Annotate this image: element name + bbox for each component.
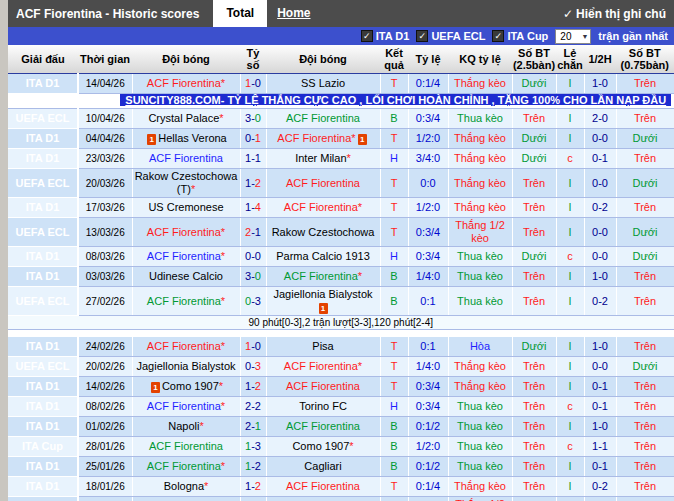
half-time-score: 0-1 <box>584 377 616 397</box>
col-time: Thời gian <box>78 45 132 74</box>
handicap-odds: 0:0 <box>408 169 448 198</box>
match-date: 08/03/26 <box>78 247 132 267</box>
half-time-score: 0-2 <box>584 198 616 218</box>
match-row: ITA D123/03/26ACF Fiorentina1-1Inter Mil… <box>8 149 674 169</box>
handicap-odds: 0:1/2 <box>408 417 448 437</box>
handicap-odds: 0:1/4 <box>408 74 448 94</box>
filter-uefa-ecl[interactable]: ✓ UEFA ECL <box>416 30 485 42</box>
section-gap <box>8 330 674 338</box>
away-team: ACF Fiorentina <box>266 417 380 437</box>
home-team-name: ACF Fiorentina <box>147 295 221 307</box>
away-team: Cagliari <box>266 457 380 477</box>
score: 2-1 <box>240 218 266 247</box>
away-team: Parma Calcio 1913 <box>266 247 380 267</box>
ou075-result: Trên <box>616 337 674 357</box>
ad-banner-link[interactable]: SUNCITY888.COM- TỶ LỆ THẮNG CỰC CAO , LỐ… <box>120 94 671 106</box>
ou075-result: Dưới <box>616 169 674 198</box>
score: 0-1 <box>240 129 266 149</box>
match-date: 25/01/26 <box>78 457 132 477</box>
red-card-icon: 1 <box>358 134 367 145</box>
favorite-star: * <box>221 400 225 412</box>
favorite-star: * <box>219 112 223 124</box>
odd-even-result: c <box>556 397 584 417</box>
show-notes-toggle[interactable]: ✓ Hiển thị ghi chú <box>563 7 674 21</box>
historic-scores-table: Giải đấu Thời gian Đội bóng Tỷ số Đội bó… <box>8 45 674 501</box>
half-time-score: 1-0 <box>584 337 616 357</box>
away-team: ACF Fiorentina <box>266 169 380 198</box>
half-time-score: 0-1 <box>584 397 616 417</box>
league-badge: ITA D1 <box>8 417 78 437</box>
match-row: ITA D124/02/26ACF Fiorentina*1-0PisaT0:1… <box>8 337 674 357</box>
away-team: Como 1907* <box>266 437 380 457</box>
match-date: 04/04/26 <box>78 129 132 149</box>
away-team-name: SS Lazio <box>301 77 345 89</box>
away-team: ACF Fiorentina* <box>266 198 380 218</box>
ou25-result: Trên <box>512 377 556 397</box>
ou25-result: Trên <box>512 169 556 198</box>
result-letter: B <box>380 437 408 457</box>
score-away: 4 <box>255 201 261 213</box>
favorite-star: * <box>221 77 225 89</box>
ou25-result: Trên <box>512 198 556 218</box>
half-time-score: 2-0 <box>584 109 616 129</box>
away-team-name: ACF Fiorentina <box>284 201 358 213</box>
tab-total[interactable]: Total <box>213 0 267 27</box>
ou075-result: Trên <box>616 477 674 497</box>
match-date: 20/03/26 <box>78 169 132 198</box>
league-badge: ITA Cup <box>8 437 78 457</box>
handicap-odds: 1/2:0 <box>408 437 448 457</box>
away-team-name: ACF Fiorentina <box>286 480 360 492</box>
home-team-name: ACF Fiorentina <box>147 77 221 89</box>
ou25-result: Trên <box>512 218 556 247</box>
filter-ita-d1[interactable]: ✓ ITA D1 <box>361 30 410 42</box>
odd-even-result: c <box>556 497 584 501</box>
home-team-name: ACF Fiorentina <box>147 340 221 352</box>
ou075-result: Trên <box>616 457 674 477</box>
away-team-name: ACF Fiorentina <box>286 177 360 189</box>
match-row: UEFA ECL13/03/26ACF Fiorentina*2-1Rakow … <box>8 218 674 247</box>
handicap-odds: 1/4:0 <box>408 357 448 377</box>
handicap-odds: 0:3/4 <box>408 397 448 417</box>
filter-ita-cup[interactable]: ✓ ITA Cup <box>492 30 548 42</box>
score: 1-2 <box>240 477 266 497</box>
recent-count-suffix: trận gần nhất <box>598 30 668 42</box>
odd-even-result: l <box>556 218 584 247</box>
col-team1: Đội bóng <box>132 45 240 74</box>
tab-home[interactable]: Home <box>267 0 320 27</box>
ou25-result: Trên <box>512 437 556 457</box>
result-letter: T <box>380 169 408 198</box>
match-date: 08/02/26 <box>78 397 132 417</box>
match-row: ITA Cup28/01/26ACF Fiorentina1-3Como 190… <box>8 437 674 457</box>
ou075-result: Trên <box>616 109 674 129</box>
odds-result: Thắng kèo <box>448 198 512 218</box>
ou25-result: Trên <box>512 267 556 287</box>
col-ou075: Số BT (0.75bàn) <box>616 45 674 74</box>
show-notes-label: Hiển thị ghi chú <box>576 7 666 21</box>
home-team-name: ACF Fiorentina <box>147 460 221 472</box>
half-time-score: 1-0 <box>584 74 616 94</box>
away-team-name: ACF Fiorentina <box>286 112 360 124</box>
ou25-result: Trên <box>512 287 556 316</box>
result-letter: T <box>380 198 408 218</box>
league-badge: ITA D1 <box>8 149 78 169</box>
home-team: Napoli* <box>132 417 240 437</box>
away-team: Torino FC <box>266 397 380 417</box>
recent-count-select[interactable]: 20 ▼ <box>555 29 591 44</box>
handicap-odds: 0:3/4 <box>408 247 448 267</box>
score: 3-0 <box>240 267 266 287</box>
ou25-result: Dưới <box>512 74 556 94</box>
away-team-name: Inter Milan <box>295 152 346 164</box>
home-team-name: ACF Fiorentina <box>147 400 221 412</box>
filterbar: ✓ ITA D1 ✓ UEFA ECL ✓ ITA Cup 20 ▼ trận … <box>8 27 674 45</box>
favorite-star: * <box>221 250 225 262</box>
match-date: 24/02/26 <box>78 337 132 357</box>
col-odds: Tỷ lệ <box>408 45 448 74</box>
ou075-result: Trên <box>616 397 674 417</box>
home-team-name: Rakow Czestochowa (T) <box>135 170 238 195</box>
handicap-odds: 0:3/4 <box>408 377 448 397</box>
favorite-star: * <box>358 201 362 213</box>
league-badge: ITA D1 <box>8 74 78 94</box>
titlebar: ACF Fiorentina - Historic scores Total H… <box>8 0 674 27</box>
checkbox-checked-icon: ✓ <box>361 30 373 42</box>
match-date: 23/03/26 <box>78 149 132 169</box>
